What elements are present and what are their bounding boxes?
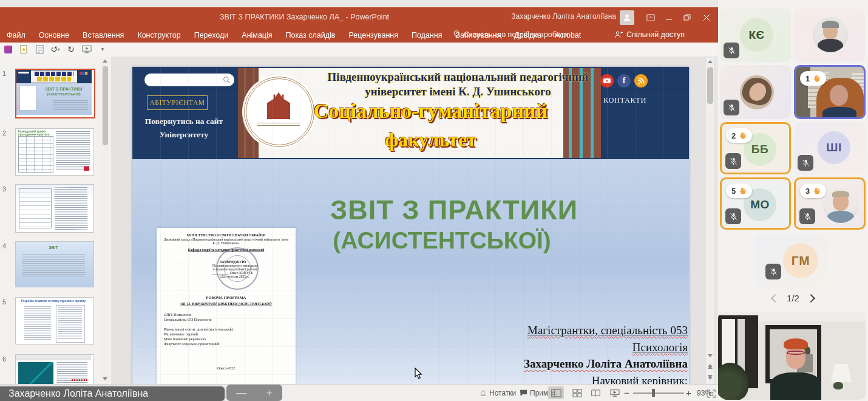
- mic-off-icon: [725, 208, 741, 224]
- mic-off-icon: [799, 208, 815, 224]
- rss-icon: [634, 74, 648, 87]
- start-slideshow-icon[interactable]: [82, 44, 92, 54]
- document-icon[interactable]: [35, 44, 44, 54]
- slide-thumbnail-3[interactable]: [15, 184, 94, 233]
- participant-tile-bb[interactable]: ББ 2: [720, 122, 791, 174]
- info-speciality-2: Психологія: [372, 339, 688, 356]
- share-button[interactable]: Спільний доступ: [614, 30, 685, 39]
- ribbon-display-options-button[interactable]: [642, 11, 660, 24]
- thumb-number: 6: [2, 355, 6, 363]
- notes-button[interactable]: Нотатки: [480, 389, 516, 397]
- thumbnail-scrollbar-thumb[interactable]: [103, 66, 108, 145]
- preview-star-icon[interactable]: [19, 44, 29, 54]
- slide-thumbnail-1[interactable]: ЗВІТ З ПРАКТИКИ (АСИСТЕНТСЬКОЇ): [15, 69, 95, 118]
- lamp: [831, 364, 852, 382]
- zoom-slider-thumb[interactable]: [652, 389, 655, 397]
- previous-page-icon[interactable]: [771, 293, 779, 302]
- facebook-icon: f: [617, 74, 631, 87]
- gallery-pagination: 1/2: [718, 293, 868, 303]
- participant-tile-photo-woman[interactable]: [720, 65, 791, 119]
- slide-1[interactable]: АБІТУРІЄНТАМ Повернутись на сайт Універс…: [132, 67, 689, 387]
- slide-thumbnail-panel: 1 ЗВІТ З ПРАКТИКИ (АСИСТЕНТСЬКОЇ) 2: [0, 57, 111, 384]
- canvas-scrollbar-thumb[interactable]: [707, 67, 713, 104]
- zoom-in-button[interactable]: +: [686, 388, 691, 398]
- participant-photo: [736, 72, 778, 113]
- search-icon: [223, 76, 231, 84]
- fit-window-icon: [707, 389, 716, 398]
- raised-hand-badge: 3: [800, 183, 826, 198]
- close-button[interactable]: [697, 11, 716, 24]
- university-name-line2: університет імені К. Д. Ушинського: [317, 85, 599, 98]
- fit-to-window-button[interactable]: [706, 387, 717, 400]
- participant-tile-mo[interactable]: МО 5: [720, 177, 791, 230]
- thumb-number: 3: [2, 185, 6, 193]
- quick-access-toolbar: ↺▾ ↻ ▾: [0, 43, 718, 57]
- slide-thumbnail-5[interactable]: Розробка тематики та плану курсового про…: [15, 297, 94, 344]
- site-back-link-1: Повернутись на сайт: [132, 117, 236, 126]
- tab-home[interactable]: Основне: [32, 28, 76, 43]
- ribbon-options-icon: [646, 13, 655, 22]
- slide-thumbnail-2[interactable]: Календарний графік проходження практики: [15, 128, 94, 176]
- participant-tile-photo-man[interactable]: [794, 9, 865, 62]
- redo-icon[interactable]: ↻: [66, 44, 76, 54]
- tab-design[interactable]: Конструктор: [131, 28, 187, 43]
- canvas-scroll-up-icon[interactable]: [708, 60, 713, 63]
- tab-view[interactable]: Подання: [405, 28, 449, 43]
- normal-view-icon: [551, 389, 561, 397]
- powerpoint-window: ЗВІТ З ПРАКТИКИ Захарченко ЛА_ - PowerPo…: [0, 7, 718, 401]
- site-back-link-2: Університету: [132, 130, 236, 140]
- previous-slide-button[interactable]: [708, 364, 713, 369]
- next-page-icon[interactable]: [807, 293, 815, 302]
- titlebar: ЗВІТ З ПРАКТИКИ Захарченко ЛА_ - PowerPo…: [0, 7, 718, 28]
- overlay-zoom-out-button[interactable]: —: [236, 387, 246, 399]
- ribbon-tabs: Файл Основне Вставлення Конструктор Пере…: [0, 28, 718, 43]
- overlay-zoom-in-button[interactable]: +: [266, 387, 273, 399]
- tab-animations[interactable]: Анімація: [235, 28, 279, 43]
- tell-me-box[interactable]: Скажіть, що потрібно зробити: [453, 30, 569, 39]
- emblem-caption: [257, 123, 300, 128]
- restore-icon: [683, 14, 691, 21]
- slide-website-header: АБІТУРІЄНТАМ Повернутись на сайт Універс…: [132, 67, 689, 159]
- tab-slideshow[interactable]: Показ слайдів: [279, 28, 342, 43]
- tab-insert[interactable]: Вставлення: [76, 28, 131, 43]
- participant-initials: ГМ: [783, 243, 818, 278]
- tab-file[interactable]: Файл: [0, 28, 32, 43]
- slide-sorter-icon: [572, 389, 582, 397]
- participant-tile-ke[interactable]: КЄ: [720, 9, 791, 62]
- thumbnail-scrollbar[interactable]: [101, 58, 109, 383]
- save-icon[interactable]: [3, 44, 13, 54]
- reading-view-button[interactable]: [588, 386, 603, 399]
- minimize-button[interactable]: [660, 11, 678, 24]
- normal-view-button[interactable]: [548, 386, 564, 399]
- participant-photo: [813, 17, 848, 52]
- slideshow-view-button[interactable]: [607, 386, 623, 399]
- faculty-name-line1: Соціально-гуманітарний: [262, 100, 599, 123]
- scroll-up-icon[interactable]: [103, 60, 107, 63]
- scroll-down-icon[interactable]: [103, 377, 107, 380]
- raised-hand-badge: 5: [726, 183, 752, 198]
- undo-icon[interactable]: ↺▾: [50, 44, 60, 54]
- participant-tile-shi[interactable]: ШІ: [794, 122, 866, 174]
- zoom-slider-track[interactable]: [633, 392, 684, 394]
- participant-tile-video-woman[interactable]: 1: [794, 65, 866, 119]
- restore-button[interactable]: [678, 11, 696, 24]
- canvas-scroll-down-icon[interactable]: [708, 354, 713, 357]
- thumb-number: 4: [2, 242, 6, 250]
- tell-me-label: Скажіть, що потрібно зробити: [464, 30, 569, 39]
- participant-tile-photo-man-2[interactable]: 3: [794, 177, 866, 230]
- slide-sorter-view-button[interactable]: [569, 386, 585, 399]
- tab-review[interactable]: Рецензування: [342, 28, 404, 43]
- canvas-scrollbar[interactable]: [706, 58, 714, 384]
- slide-thumbnail-4[interactable]: ЗВІТ: [15, 241, 94, 287]
- zoom-out-button[interactable]: −: [624, 388, 629, 398]
- participant-tile-gm[interactable]: ГМ: [756, 235, 829, 288]
- account-avatar[interactable]: [620, 10, 634, 25]
- next-slide-button[interactable]: [708, 375, 713, 380]
- self-view-video[interactable]: [718, 312, 866, 400]
- notes-icon: [480, 389, 487, 397]
- qat-overflow-icon[interactable]: ▾: [98, 44, 107, 54]
- tab-transitions[interactable]: Переходи: [188, 28, 236, 43]
- account-name: Захарченко Лоліта Анатоліївна: [511, 12, 616, 21]
- mouse-cursor: [415, 368, 423, 380]
- slide-title-line2: (АСИСТЕНТСЬКОЇ): [320, 227, 563, 254]
